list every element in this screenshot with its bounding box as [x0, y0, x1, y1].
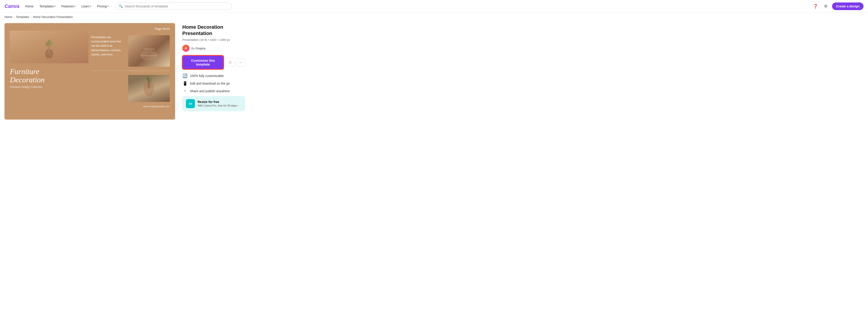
- feature-customizable: 🔄 100% fully customizable: [182, 73, 245, 78]
- slide-page-number: Page 05/10: [155, 27, 170, 31]
- slide-image-hand-plant: [10, 31, 89, 63]
- resize-card-title: Resize for free: [197, 100, 242, 104]
- search-icon: 🔍: [119, 4, 123, 8]
- settings-button[interactable]: ⚙: [822, 2, 830, 10]
- feature-edit-download-label: Edit and download on the go: [190, 82, 230, 85]
- resize-card-icon: ⇔: [186, 99, 195, 108]
- slide-main-title: Furniture Decoration Furniture Design Co…: [10, 66, 89, 89]
- slide-image-vase: [128, 75, 170, 102]
- author-name: By Ongshy: [191, 47, 206, 50]
- resize-icon: ⇔: [189, 101, 192, 106]
- author-avatar: O: [182, 45, 189, 52]
- author-row: O By Ongshy: [182, 45, 245, 52]
- svg-rect-5: [144, 49, 155, 49]
- nav-pricing[interactable]: Pricing ▾: [95, 3, 111, 9]
- slide-right-column: Presentation are communication tools tha…: [91, 31, 170, 108]
- help-button[interactable]: ❓: [811, 2, 819, 10]
- slide-title-line1: Furniture: [10, 67, 89, 76]
- templates-chevron-icon: ▾: [54, 5, 56, 7]
- customizable-icon: 🔄: [182, 73, 188, 78]
- nav-templates[interactable]: Templates ▾: [37, 3, 58, 9]
- share-icon: ↑: [182, 89, 188, 93]
- breadcrumb-home[interactable]: Home: [4, 15, 12, 19]
- breadcrumb-sep-2: ›: [31, 15, 31, 19]
- resize-card-sub: With Canva Pro, free for 30 days ›: [197, 104, 242, 107]
- pricing-chevron-icon: ▾: [107, 5, 108, 7]
- more-options-button[interactable]: ···: [237, 58, 245, 67]
- slide-subtitle: Furniture Design Collection: [10, 85, 89, 89]
- nav-home[interactable]: Home: [23, 3, 36, 9]
- nav-features[interactable]: Features ▾: [59, 3, 78, 9]
- canva-logo[interactable]: Canva: [4, 3, 19, 9]
- navbar: Canva Home Templates ▾ Features ▾ Learn …: [0, 0, 868, 12]
- ellipsis-icon: ···: [239, 60, 243, 65]
- favorite-button[interactable]: ☆: [226, 58, 235, 67]
- slide-website: www.reallygreatsite.com: [91, 105, 170, 108]
- main-content: Page 05/10: [0, 21, 868, 126]
- resize-card[interactable]: ⇔ Resize for free With Canva Pro, free f…: [182, 96, 245, 111]
- nav-right: ❓ ⚙ Create a design: [811, 2, 864, 10]
- nav-learn[interactable]: Learn ▾: [79, 3, 93, 9]
- feature-share: ↑ Share and publish anywhere: [182, 89, 245, 93]
- slide-layout: Furniture Decoration Furniture Design Co…: [10, 31, 170, 108]
- slide-right-top: Presentation are communication tools tha…: [91, 35, 170, 67]
- svg-rect-9: [141, 55, 157, 56]
- sidebar-info: Home Decoration Presentation Presentatio…: [182, 23, 245, 111]
- search-input[interactable]: [125, 4, 228, 8]
- customize-template-button[interactable]: Customize this template: [182, 56, 224, 69]
- edit-download-icon: 📱: [182, 81, 188, 86]
- learn-chevron-icon: ▾: [90, 5, 91, 7]
- features-chevron-icon: ▾: [74, 5, 75, 7]
- slide-canvas: Page 05/10: [4, 23, 175, 119]
- breadcrumb-templates[interactable]: Templates: [16, 15, 29, 19]
- slide-left-column: Furniture Decoration Furniture Design Co…: [10, 31, 89, 108]
- slide-image-chair: [128, 35, 170, 67]
- search-bar: 🔍: [115, 2, 232, 10]
- feature-share-label: Share and publish anywhere: [190, 89, 230, 93]
- template-title: Home Decoration Presentation: [182, 24, 245, 36]
- resize-card-text: Resize for free With Canva Pro, free for…: [197, 100, 242, 107]
- feature-customizable-label: 100% fully customizable: [190, 74, 224, 78]
- feature-edit-download: 📱 Edit and download on the go: [182, 81, 245, 86]
- slide-title-line2: Decoration: [10, 76, 89, 84]
- template-meta: Presentation (16:9) • 1920 × 1080 px: [182, 38, 245, 41]
- slide-divider: [91, 71, 170, 71]
- breadcrumb-sep-1: ›: [14, 15, 14, 19]
- star-icon: ☆: [228, 60, 232, 65]
- breadcrumb: Home › Templates › Home Decoration Prese…: [0, 12, 868, 21]
- action-row: Customize this template ☆ ···: [182, 56, 245, 69]
- breadcrumb-current: Home Decoration Presentation: [33, 15, 73, 19]
- create-design-button[interactable]: Create a design: [832, 2, 864, 10]
- slide-preview: Page 05/10: [4, 23, 175, 119]
- slide-description: Presentation are communication tools tha…: [91, 35, 126, 67]
